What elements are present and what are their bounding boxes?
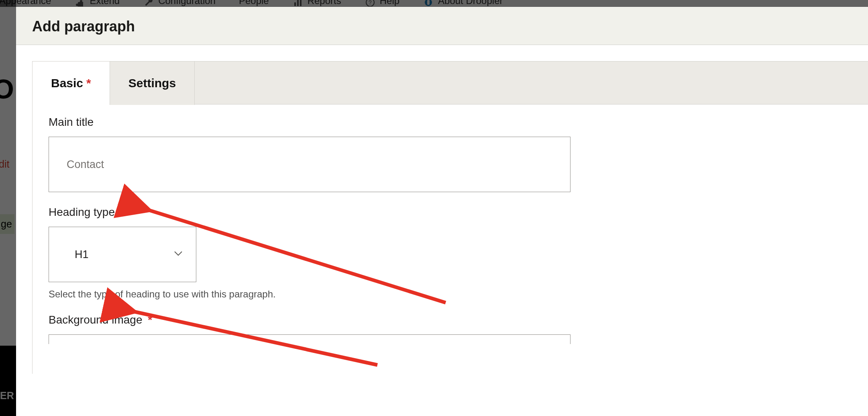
dialog-title: Add paragraph [32, 18, 135, 35]
admin-toolbar: Appearance Extend Configuration People R… [0, 0, 868, 7]
background-badge-fragment: ge [0, 214, 14, 234]
svg-rect-1 [297, 0, 299, 6]
background-image-widget-cutoff [49, 334, 571, 344]
heading-type-select[interactable]: H1 [49, 227, 196, 282]
toolbar-item-configuration[interactable]: Configuration [143, 0, 216, 7]
toolbar-item-help[interactable]: ? Help [365, 0, 399, 7]
toolbar-label: Extend [90, 0, 120, 4]
tab-basic-label: Basic [51, 76, 83, 90]
tab-settings[interactable]: Settings [110, 61, 195, 105]
toolbar-label: Reports [308, 0, 341, 4]
toolbar-item-people[interactable]: People [239, 0, 269, 4]
field-main-title: Main title [49, 116, 852, 192]
toolbar-label: About Droopler [438, 0, 503, 4]
question-circle-icon: ? [365, 0, 376, 7]
bar-chart-icon [292, 0, 304, 7]
toolbar-item-reports[interactable]: Reports [292, 0, 341, 7]
toolbar-item-extend[interactable]: Extend [74, 0, 120, 7]
required-indicator: * [148, 314, 152, 326]
wrench-icon [143, 0, 154, 7]
required-indicator: * [86, 76, 91, 90]
background-edit-link-fragment: dit [0, 158, 9, 170]
puzzle-piece-icon [74, 0, 86, 7]
background-footer-fragment: ER [0, 346, 16, 416]
toolbar-item-about-droopler[interactable]: About Droopler [423, 0, 503, 7]
toolbar-label: Appearance [0, 0, 51, 4]
svg-text:?: ? [369, 0, 372, 6]
toolbar-item-appearance[interactable]: Appearance [0, 0, 51, 4]
heading-type-select-wrap: H1 [49, 227, 196, 282]
background-page-heading-fragment: O [0, 73, 13, 105]
dialog-body: Basic * Settings Main title Heading type… [16, 45, 868, 374]
tab-basic-content: Main title Heading type H1 Select the ty… [32, 105, 868, 374]
droopler-logo-icon [423, 0, 434, 7]
background-image-label: Background image * [49, 314, 852, 326]
main-title-input[interactable] [49, 137, 571, 192]
toolbar-label: Help [380, 0, 399, 4]
dialog-header: Add paragraph [16, 7, 868, 45]
toolbar-label: People [239, 0, 269, 4]
svg-rect-0 [294, 2, 296, 6]
main-title-label: Main title [49, 116, 852, 129]
field-heading-type: Heading type H1 Select the type of headi… [49, 206, 852, 300]
tab-basic[interactable]: Basic * [32, 61, 110, 105]
tab-settings-label: Settings [128, 76, 176, 90]
svg-rect-2 [300, 0, 302, 6]
add-paragraph-dialog: Add paragraph Basic * Settings Main titl… [16, 7, 868, 416]
svg-rect-6 [427, 0, 430, 5]
heading-type-description: Select the type of heading to use with t… [49, 289, 852, 300]
field-background-image: Background image * [49, 314, 852, 344]
tabstrip: Basic * Settings [32, 61, 868, 105]
toolbar-label: Configuration [158, 0, 216, 4]
heading-type-label: Heading type [49, 206, 852, 219]
background-image-label-text: Background image [49, 314, 142, 326]
